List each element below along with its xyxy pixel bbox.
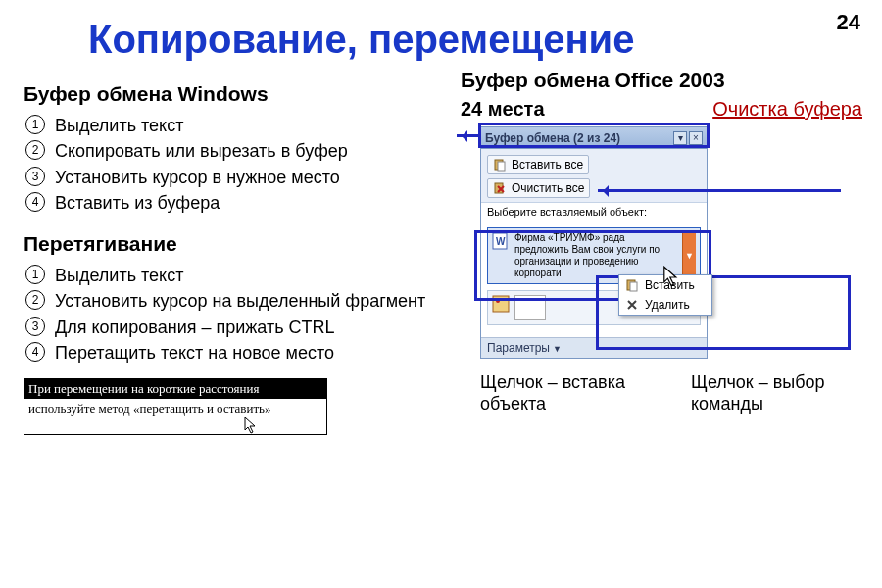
hint-box: При перемещении на короткие расстояния и… [24,378,327,435]
clipboard-titlebar: Буфер обмена (2 из 24) ▾ × [481,127,707,149]
left-column: Буфер обмена Windows Выделить текст Скоп… [24,82,455,435]
paste-icon [625,278,639,292]
ctx-delete[interactable]: Удалить [619,295,711,315]
clipboard-instruction: Выберите вставляемый объект: [481,202,707,221]
places-label: 24 места [461,98,545,121]
paste-all-button[interactable]: Вставить все [487,155,589,174]
clear-all-label: Очистить все [512,181,584,195]
caption-choose: Щелчок – выбор команды [691,372,862,415]
item-dropdown-button[interactable]: ▼ [682,232,696,279]
image-icon [492,295,510,313]
list-item: Выделить текст [24,264,455,287]
info-row: 24 места Очистка буфера [461,98,862,121]
clipboard-thumb [514,295,546,320]
clear-all-button[interactable]: Очистить все [487,178,590,198]
page-number: 24 [837,10,860,35]
list-copy-steps: Выделить текст Скопировать или вырезать … [24,114,455,215]
list-item: Скопировать или вырезать в буфер [24,139,455,163]
paste-icon [493,158,507,172]
list-drag-steps: Выделить текст Установить курсор на выде… [24,264,455,365]
clipboard-footer[interactable]: Параметры▼ [481,337,707,358]
heading-windows-clipboard: Буфер обмена Windows [24,82,455,106]
paste-all-label: Вставить все [512,158,583,172]
list-item: Установить курсор на выделенный фрагмент [24,289,455,313]
heading-office-clipboard: Буфер обмена Office 2003 [461,69,862,92]
right-column: Буфер обмена Office 2003 24 места Очистк… [461,69,862,415]
clipboard-item-text: Фирма «ТРИУМФ» рада предложить Вам свои … [514,232,677,279]
cursor-icon [662,266,680,289]
page-title: Копирование, перемещение [0,0,882,62]
list-item: Перетащить текст на новое место [24,341,455,365]
clear-buffer-link[interactable]: Очистка буфера [712,98,862,121]
svg-rect-8 [630,282,637,291]
list-item: Установить курсор в нужное место [24,166,455,189]
delete-icon [625,298,639,312]
arrow-line [598,189,841,192]
list-item: Для копирования – прижать CTRL [24,316,455,339]
clipboard-panel: Буфер обмена (2 из 24) ▾ × Вставить все … [480,126,708,359]
caption-insert: Щелчок – вставка объекта [480,372,652,415]
close-icon[interactable]: × [689,131,703,145]
hint-body: используйте метод «перетащить и оставить… [24,399,326,434]
list-item: Выделить текст [24,114,455,137]
cursor-icon [244,416,258,436]
captions: Щелчок – вставка объекта Щелчок – выбор … [480,372,862,415]
clipboard-toolbar: Вставить все Очистить все [481,149,707,202]
heading-drag: Перетягивание [24,232,455,256]
footer-label: Параметры [487,341,550,355]
svg-text:W: W [496,236,506,247]
caret-down-icon: ▼ [553,344,562,354]
clipboard-title: Буфер обмена (2 из 24) [485,131,671,145]
clear-icon [493,181,507,195]
svg-point-6 [496,299,500,303]
list-item: Вставить из буфера [24,191,455,215]
word-doc-icon: W [492,232,510,250]
hint-header: При перемещении на короткие расстояния [24,379,326,399]
hint-body-text: используйте метод «перетащить и оставить… [28,401,271,416]
dropdown-icon[interactable]: ▾ [673,131,687,145]
ctx-delete-label: Удалить [645,298,690,312]
svg-rect-5 [493,296,509,312]
arrow-line [457,134,480,137]
svg-rect-1 [498,162,505,171]
